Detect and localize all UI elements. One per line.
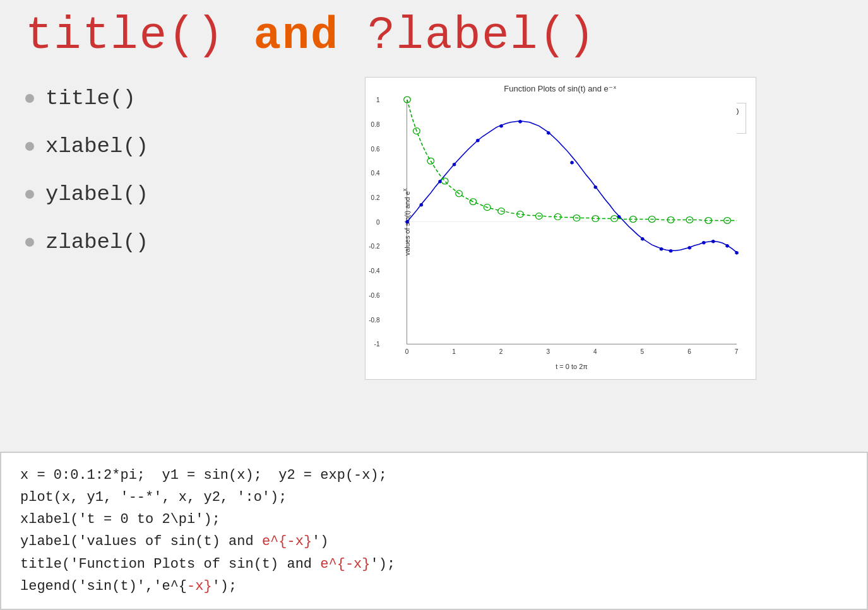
bullet-label: ylabel() xyxy=(45,182,148,206)
code-text-red: e^{-x} xyxy=(262,534,312,549)
x-tick: 3 xyxy=(546,348,550,355)
y-tick: -0.8 xyxy=(369,316,379,323)
bullet-label: zlabel() xyxy=(45,230,148,254)
code-text: '); xyxy=(371,556,396,572)
chart-plot-area: values of sin(t) and ex t = 0 to 2π 1 0.… xyxy=(407,100,737,344)
y-tick: -0.2 xyxy=(369,243,379,250)
y-tick: 0.2 xyxy=(371,194,380,201)
svg-text:✱: ✱ xyxy=(419,202,422,208)
x-tick: 0 xyxy=(405,348,409,355)
bullet-list: title() xlabel() ylabel() zlabel() xyxy=(25,74,265,442)
code-text: title('Function Plots of sin(t) and xyxy=(20,556,320,572)
bullet-dot xyxy=(25,238,34,247)
svg-text:✱: ✱ xyxy=(518,119,521,124)
code-text-red: -x} xyxy=(187,578,212,594)
code-line-2: plot(x, y1, '--*', x, y2, ':o'); xyxy=(20,486,848,508)
code-text-red: e^{-x} xyxy=(320,556,370,572)
title-part1: title() xyxy=(25,10,225,62)
y-tick: 0.8 xyxy=(371,120,380,127)
y-tick: 1 xyxy=(376,97,380,103)
chart-svg: ✱ ✱ ✱ ✱ ✱ ✱ ✱ ✱ ✱ ✱ ✱ ✱ ✱ xyxy=(407,100,737,344)
code-text: '); xyxy=(212,578,237,594)
y-tick: 0.6 xyxy=(371,145,380,152)
title-part2: ?label() xyxy=(368,10,597,62)
code-text: ylabel('values of sin(t) and xyxy=(20,534,262,549)
svg-text:✱: ✱ xyxy=(405,220,408,225)
bullet-dot xyxy=(25,142,34,151)
code-section: x = 0:0.1:2*pi; y1 = sin(x); y2 = exp(-x… xyxy=(0,452,868,610)
x-tick: 4 xyxy=(593,348,597,355)
main-title: title() and ?label() xyxy=(25,11,843,61)
list-item: title() xyxy=(25,86,265,110)
x-tick: 1 xyxy=(452,348,456,355)
page-container: title() and ?label() title() xlabel() yl… xyxy=(0,0,868,610)
svg-text:✱: ✱ xyxy=(453,162,456,168)
bullet-dot xyxy=(25,190,34,199)
code-text: xlabel('t = 0 to 2\pi'); xyxy=(20,512,220,527)
code-line-1: x = 0:0.1:2*pi; y1 = sin(x); y2 = exp(-x… xyxy=(20,464,848,486)
code-line-5: title('Function Plots of sin(t) and e^{-… xyxy=(20,553,848,575)
list-item: zlabel() xyxy=(25,230,265,254)
code-line-4: ylabel('values of sin(t) and e^{-x}') xyxy=(20,531,848,553)
code-text: x = 0:0.1:2*pi; y1 = sin(x); y2 = exp(-x… xyxy=(20,467,387,483)
x-tick: 2 xyxy=(499,348,503,355)
svg-point-27 xyxy=(441,178,448,184)
svg-text:✱: ✱ xyxy=(499,123,502,129)
code-line-3: xlabel('t = 0 to 2\pi'); xyxy=(20,508,848,531)
svg-text:✱: ✱ xyxy=(593,184,597,190)
list-item: xlabel() xyxy=(25,134,265,158)
svg-text:✱: ✱ xyxy=(570,160,573,166)
code-text: plot(x, y1, '--*', x, y2, ':o'); xyxy=(20,490,287,505)
svg-text:✱: ✱ xyxy=(735,250,738,256)
code-text: legend('sin(t)','e^{ xyxy=(20,578,187,594)
svg-text:✱: ✱ xyxy=(547,130,550,136)
exp-markers xyxy=(403,97,730,223)
chart-container: Function Plots of sin(t) and e⁻ˣ ✱ sin(t… xyxy=(365,77,756,380)
bullet-label: xlabel() xyxy=(45,134,148,158)
bullet-dot xyxy=(25,94,34,103)
chart-area: Function Plots of sin(t) and e⁻ˣ ✱ sin(t… xyxy=(278,74,843,442)
svg-text:✱: ✱ xyxy=(725,243,728,249)
content-area: title() xlabel() ylabel() zlabel() Funct… xyxy=(0,67,868,442)
x-tick: 7 xyxy=(735,348,739,355)
svg-text:✱: ✱ xyxy=(702,240,705,246)
bullet-label: title() xyxy=(45,86,136,110)
x-axis-label: t = 0 to 2π xyxy=(556,363,588,370)
svg-text:✱: ✱ xyxy=(641,237,644,242)
sin-markers: ✱ ✱ ✱ ✱ ✱ ✱ ✱ ✱ ✱ ✱ ✱ ✱ ✱ xyxy=(405,119,738,255)
list-item: ylabel() xyxy=(25,182,265,206)
chart-title: Function Plots of sin(t) and e⁻ˣ xyxy=(366,84,756,93)
y-tick: -0.4 xyxy=(369,267,379,274)
svg-text:✱: ✱ xyxy=(669,249,672,254)
svg-text:✱: ✱ xyxy=(711,239,715,245)
header-section: title() and ?label() xyxy=(0,0,868,67)
code-line-6: legend('sin(t)','e^{-x}'); xyxy=(20,575,848,597)
svg-text:✱: ✱ xyxy=(476,138,479,144)
y-tick: -1 xyxy=(374,341,380,348)
code-text: ') xyxy=(312,534,328,549)
title-and: and xyxy=(254,10,340,62)
x-tick: 5 xyxy=(641,348,645,355)
svg-text:✱: ✱ xyxy=(687,245,691,251)
svg-text:✱: ✱ xyxy=(660,247,663,252)
x-tick: 6 xyxy=(687,348,691,355)
y-tick: 0 xyxy=(376,218,380,225)
y-tick: -0.6 xyxy=(369,291,379,298)
y-tick: 0.4 xyxy=(371,170,380,177)
